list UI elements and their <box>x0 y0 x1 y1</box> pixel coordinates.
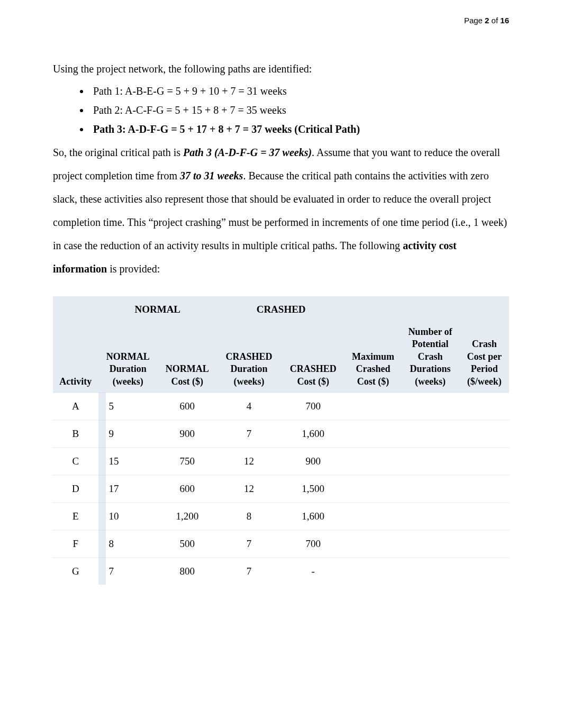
cell-npcd <box>401 503 460 530</box>
table-row: D 17 600 12 1,500 <box>53 475 509 503</box>
page-number: Page 2 of 16 <box>464 16 509 25</box>
cell-ccpp <box>459 503 509 530</box>
cell-maxcc <box>345 475 401 503</box>
cell-activity: D <box>53 475 98 503</box>
path-item-2: Path 2: A-C-F-G = 5 + 15 + 8 + 7 = 35 we… <box>90 101 509 120</box>
cell-cdur: 7 <box>217 558 281 585</box>
cell-ndur: 8 <box>98 530 158 558</box>
cell-ccost: 700 <box>281 530 345 558</box>
table-row: C 15 750 12 900 <box>53 448 509 475</box>
cell-npcd <box>401 448 460 475</box>
cell-ccost: 900 <box>281 448 345 475</box>
cell-activity: A <box>53 393 98 420</box>
para-reduce: 37 to 31 weeks <box>180 170 243 181</box>
h-ccpp: Crash Cost per Period ($/week) <box>459 323 509 393</box>
cell-maxcc <box>345 530 401 558</box>
cell-cdur: 12 <box>217 448 281 475</box>
cell-npcd <box>401 420 460 448</box>
cell-ncost: 500 <box>158 530 217 558</box>
cell-ndur: 17 <box>98 475 158 503</box>
cost-table-wrap: NORMAL CRASHED Activity NORMAL Duration … <box>53 296 509 585</box>
table-body: A 5 600 4 700 B 9 900 7 1,600 <box>53 393 509 585</box>
cell-ncost: 600 <box>158 475 217 503</box>
body-text: Using the project network, the following… <box>53 58 509 585</box>
cost-table: NORMAL CRASHED Activity NORMAL Duration … <box>53 296 509 585</box>
cell-maxcc <box>345 503 401 530</box>
cell-ccpp <box>459 393 509 420</box>
cell-ncost: 1,200 <box>158 503 217 530</box>
cell-ccpp <box>459 558 509 585</box>
cell-ndur: 15 <box>98 448 158 475</box>
h-maxcc: Maximum Crashed Cost ($) <box>345 323 401 393</box>
cell-ccpp <box>459 420 509 448</box>
table-row: G 7 800 7 - <box>53 558 509 585</box>
path-item-1: Path 1: A-B-E-G = 5 + 9 + 10 + 7 = 31 we… <box>90 81 509 101</box>
h-ncost: NORMAL Cost ($) <box>158 323 217 393</box>
cell-ndur: 5 <box>98 393 158 420</box>
table-row: E 10 1,200 8 1,600 <box>53 503 509 530</box>
table-header-row: Activity NORMAL Duration (weeks) NORMAL … <box>53 323 509 393</box>
cell-ndur: 10 <box>98 503 158 530</box>
h-cdur: CRASHED Duration (weeks) <box>217 323 281 393</box>
path-item-3: Path 3: A-D-F-G = 5 + 17 + 8 + 7 = 37 we… <box>90 120 509 139</box>
cell-ndur: 7 <box>98 558 158 585</box>
cell-ccost: 1,600 <box>281 503 345 530</box>
cell-cdur: 7 <box>217 530 281 558</box>
cell-ccost: 1,500 <box>281 475 345 503</box>
page-sep: of <box>489 16 500 25</box>
path-list: Path 1: A-B-E-G = 5 + 9 + 10 + 7 = 31 we… <box>53 81 509 139</box>
cell-cdur: 12 <box>217 475 281 503</box>
group-crashed: CRASHED <box>217 296 345 323</box>
cell-ccpp <box>459 475 509 503</box>
cell-ccost: 1,600 <box>281 420 345 448</box>
group-blank-npcd <box>401 296 460 323</box>
cell-activity: B <box>53 420 98 448</box>
cell-ncost: 900 <box>158 420 217 448</box>
cell-ccost: - <box>281 558 345 585</box>
para-t1: So, the original critical path is <box>53 147 183 158</box>
cell-maxcc <box>345 420 401 448</box>
cell-ncost: 800 <box>158 558 217 585</box>
cell-cdur: 8 <box>217 503 281 530</box>
cell-npcd <box>401 558 460 585</box>
table-row: F 8 500 7 700 <box>53 530 509 558</box>
para-t3: . Because the critical path contains the… <box>53 170 507 251</box>
cell-ccpp <box>459 530 509 558</box>
cell-maxcc <box>345 558 401 585</box>
group-blank-ccpp <box>459 296 509 323</box>
group-normal: NORMAL <box>98 296 217 323</box>
page-prefix: Page <box>464 16 485 25</box>
table-group-row: NORMAL CRASHED <box>53 296 509 323</box>
cell-npcd <box>401 475 460 503</box>
cell-ncost: 750 <box>158 448 217 475</box>
cell-ccpp <box>459 448 509 475</box>
para-critical: Path 3 (A-D-F-G = 37 weeks) <box>183 147 312 158</box>
cell-npcd <box>401 393 460 420</box>
h-npcd: Number of Potential Crash Durations (wee… <box>401 323 460 393</box>
cell-activity: G <box>53 558 98 585</box>
cell-activity: C <box>53 448 98 475</box>
h-ndur: NORMAL Duration (weeks) <box>98 323 158 393</box>
explanation-paragraph: So, the original critical path is Path 3… <box>53 141 509 280</box>
page-total: 16 <box>500 16 509 25</box>
cell-maxcc <box>345 448 401 475</box>
h-activity: Activity <box>53 323 98 393</box>
group-blank-maxcc <box>345 296 401 323</box>
h-ccost: CRASHED Cost ($) <box>281 323 345 393</box>
cell-activity: F <box>53 530 98 558</box>
cell-cdur: 4 <box>217 393 281 420</box>
cell-activity: E <box>53 503 98 530</box>
intro-line: Using the project network, the following… <box>53 58 509 79</box>
table-row: B 9 900 7 1,600 <box>53 420 509 448</box>
table-row: A 5 600 4 700 <box>53 393 509 420</box>
cell-cdur: 7 <box>217 420 281 448</box>
para-t4: is provided: <box>107 263 160 275</box>
cell-maxcc <box>345 393 401 420</box>
page: Page 2 of 16 Using the project network, … <box>0 0 562 728</box>
cell-ndur: 9 <box>98 420 158 448</box>
cell-ncost: 600 <box>158 393 217 420</box>
group-blank-activity <box>53 296 98 323</box>
cell-ccost: 700 <box>281 393 345 420</box>
cell-npcd <box>401 530 460 558</box>
